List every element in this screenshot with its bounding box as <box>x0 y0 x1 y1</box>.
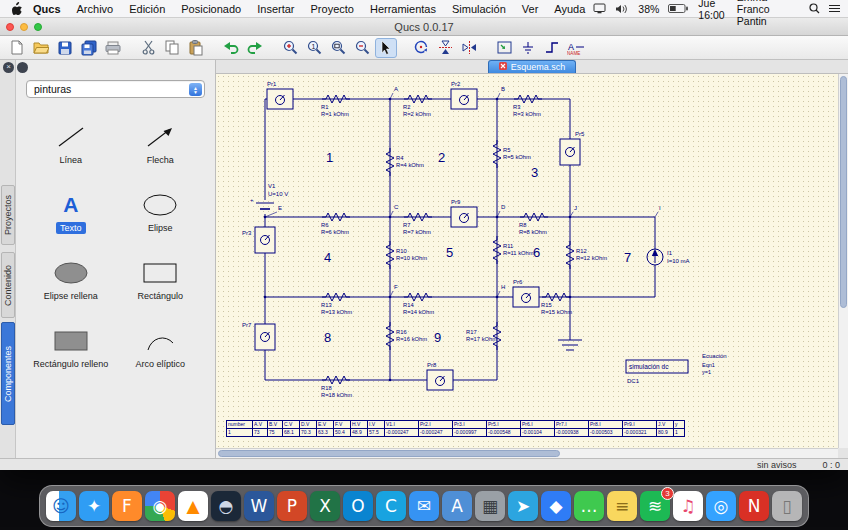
painting-tool-ellipse[interactable]: Elipse <box>116 182 206 234</box>
equation-box[interactable]: EcuaciónEqn1y=1 <box>702 353 727 375</box>
schematic-canvas[interactable]: R1R=1 kOhmR2R=2 kOhmR3R=3 kOhmR4R=4 kOhm… <box>216 74 838 448</box>
component-Pr2[interactable]: Pr2 <box>451 81 477 109</box>
component-I1[interactable]: I1I=10 mA <box>647 249 690 265</box>
component-Pr5[interactable]: Pr5 <box>560 131 585 165</box>
tool-zoom-out-button[interactable] <box>351 38 373 58</box>
dc-simulation-box[interactable]: simulación dcDC1 <box>626 360 688 384</box>
sidebar-tab-proyectos[interactable]: Proyectos <box>1 185 15 245</box>
painting-tool-arc[interactable]: Arco elíptico <box>116 318 206 370</box>
dock-calculator-icon[interactable]: ▦ <box>475 491 505 521</box>
menu-herramientas[interactable]: Herramientas <box>362 3 444 15</box>
node-label-E[interactable]: E <box>265 205 282 217</box>
ground-symbol[interactable] <box>558 340 582 350</box>
component-R2[interactable]: R2R=2 kOhm <box>403 95 432 117</box>
sidebar-tab-componentes[interactable]: Componentes <box>1 322 15 425</box>
dock-firefox-icon[interactable]: F <box>112 491 142 521</box>
component-R12[interactable]: R12R=12 kOhm <box>566 241 607 269</box>
tool-mirror-x-button[interactable] <box>434 38 456 58</box>
tool-redo-button[interactable] <box>244 38 266 58</box>
tool-zoom-reset-button[interactable]: 1 <box>303 38 325 58</box>
horizontal-scroll-thumb[interactable] <box>218 450 560 457</box>
menu-ver[interactable]: Ver <box>514 3 547 15</box>
dock-maps-icon[interactable]: ◎ <box>706 491 736 521</box>
component-V1[interactable]: V1U=10 V+ <box>250 183 288 209</box>
painting-tool-rect[interactable]: Rectángulo <box>116 250 206 302</box>
tool-new-button[interactable] <box>6 38 28 58</box>
painting-tool-line[interactable]: Línea <box>26 114 116 166</box>
dock-mail-icon[interactable]: ✉ <box>409 491 439 521</box>
tool-zoom-fit-button[interactable] <box>327 38 349 58</box>
component-R5[interactable]: R5R=5 kOhm <box>493 140 531 168</box>
component-R10[interactable]: R10R=10 kOhm <box>386 241 427 269</box>
dock-messages-icon[interactable]: … <box>574 491 604 521</box>
component-Pr7[interactable]: Pr7 <box>242 322 275 350</box>
tool-cut-button[interactable] <box>137 38 159 58</box>
panel-float-icon[interactable] <box>17 62 28 73</box>
dock-onenote-icon[interactable]: C <box>376 491 406 521</box>
component-R11[interactable]: R11R=11 kOhm <box>493 236 534 264</box>
dock-powerpoint-icon[interactable]: P <box>277 491 307 521</box>
dock-outlook-icon[interactable]: O <box>343 491 373 521</box>
menu-qucs[interactable]: Qucs <box>25 3 69 15</box>
component-R14[interactable]: R14R=14 kOhm <box>403 293 434 315</box>
tool-mirror-y-button[interactable] <box>458 38 480 58</box>
tool-ground-button[interactable] <box>517 38 539 58</box>
menu-edición[interactable]: Edición <box>121 3 173 15</box>
display-icon[interactable] <box>593 3 606 14</box>
dock-steam-icon[interactable]: ◓ <box>211 491 241 521</box>
dock-itunes-icon[interactable]: ♫ <box>673 491 703 521</box>
component-Pr6[interactable]: Pr6 <box>513 279 539 307</box>
component-Pr3[interactable]: Pr3 <box>242 227 275 253</box>
component-R15[interactable]: R15R=15 kOhm <box>541 293 572 315</box>
dock-vlc-icon[interactable]: ▲ <box>178 491 208 521</box>
node-label-I[interactable]: I <box>655 205 661 217</box>
node-label-H[interactable]: H <box>497 284 505 297</box>
vertical-scrollbar[interactable] <box>838 74 848 448</box>
component-R4[interactable]: R4R=4 kOhm <box>386 148 424 176</box>
component-R16[interactable]: R16R=16 kOhm <box>386 322 427 350</box>
tool-open-button[interactable] <box>30 38 52 58</box>
sidebar-tab-contenido[interactable]: Contenido <box>1 252 15 318</box>
painting-tool-rect-filled[interactable]: Rectángulo relleno <box>26 318 116 370</box>
node-label-C[interactable]: C <box>390 204 399 217</box>
notification-center-icon[interactable] <box>829 4 840 13</box>
volume-icon[interactable] <box>615 4 629 14</box>
painting-tool-ellipse-filled[interactable]: Elipse rellena <box>26 250 116 302</box>
spotlight-search-icon[interactable] <box>809 3 820 14</box>
dock-red-app-icon[interactable]: N <box>739 491 769 521</box>
tool-paste-button[interactable] <box>185 38 207 58</box>
tab-close-icon[interactable] <box>499 62 507 72</box>
tool-save-all-button[interactable] <box>78 38 100 58</box>
node-label-A[interactable]: A <box>390 86 398 99</box>
dock-word-icon[interactable]: W <box>244 491 274 521</box>
component-R3[interactable]: R3R=3 kOhm <box>513 95 542 117</box>
node-label-D[interactable]: D <box>497 204 506 217</box>
battery-icon[interactable] <box>668 4 689 13</box>
zoom-window-button[interactable] <box>34 23 42 31</box>
dock-notes-icon[interactable]: ≡ <box>607 491 637 521</box>
component-R1[interactable]: R1R=1 kOhm <box>321 95 350 117</box>
dock-safari-icon[interactable]: ✦ <box>79 491 109 521</box>
dock-spotify-icon[interactable]: ≋3 <box>640 491 670 521</box>
component-R7[interactable]: R7R=7 kOhm <box>403 213 432 235</box>
tool-wire-button[interactable] <box>541 38 563 58</box>
horizontal-scrollbar[interactable] <box>216 448 838 458</box>
tool-copy-button[interactable] <box>161 38 183 58</box>
node-label-F[interactable]: F <box>390 284 398 297</box>
menu-insertar[interactable]: Insertar <box>249 3 302 15</box>
tool-subcircuit-button[interactable] <box>493 38 515 58</box>
component-R18[interactable]: R18R=18 kOhm <box>321 376 352 398</box>
tool-rotate-button[interactable] <box>410 38 432 58</box>
panel-close-icon[interactable]: × <box>3 62 14 73</box>
component-R8[interactable]: R8R=8 kOhm <box>519 213 548 235</box>
tab-esquema[interactable]: Esquema.sch <box>488 60 577 73</box>
close-window-button[interactable] <box>6 23 14 31</box>
tool-undo-button[interactable] <box>220 38 242 58</box>
dock-trash-icon[interactable]: ▯ <box>772 491 802 521</box>
menu-ayuda[interactable]: Ayuda <box>546 3 593 15</box>
component-Pr9[interactable]: Pr9 <box>451 199 477 227</box>
tool-save-button[interactable] <box>54 38 76 58</box>
component-R6[interactable]: R6R=6 kOhm <box>321 213 350 235</box>
tool-name-label-button[interactable]: ANAME <box>565 38 587 58</box>
menubar-user[interactable]: Emma Franco Pantin <box>737 0 800 27</box>
